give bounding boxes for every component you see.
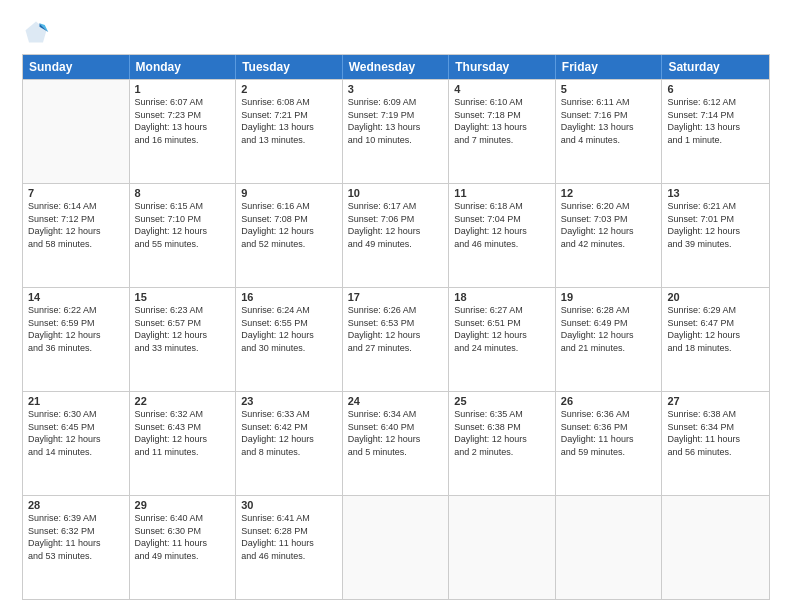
day-info: Sunrise: 6:18 AM Sunset: 7:04 PM Dayligh… [454,200,550,250]
day-cell-24: 24Sunrise: 6:34 AM Sunset: 6:40 PM Dayli… [343,392,450,495]
day-cell-28: 28Sunrise: 6:39 AM Sunset: 6:32 PM Dayli… [23,496,130,599]
day-info: Sunrise: 6:12 AM Sunset: 7:14 PM Dayligh… [667,96,764,146]
week-row-4: 21Sunrise: 6:30 AM Sunset: 6:45 PM Dayli… [23,391,769,495]
day-number: 8 [135,187,231,199]
day-info: Sunrise: 6:38 AM Sunset: 6:34 PM Dayligh… [667,408,764,458]
day-number: 26 [561,395,657,407]
day-info: Sunrise: 6:39 AM Sunset: 6:32 PM Dayligh… [28,512,124,562]
day-info: Sunrise: 6:24 AM Sunset: 6:55 PM Dayligh… [241,304,337,354]
day-info: Sunrise: 6:21 AM Sunset: 7:01 PM Dayligh… [667,200,764,250]
header [22,18,770,46]
day-number: 20 [667,291,764,303]
day-cell-26: 26Sunrise: 6:36 AM Sunset: 6:36 PM Dayli… [556,392,663,495]
day-number: 25 [454,395,550,407]
day-info: Sunrise: 6:29 AM Sunset: 6:47 PM Dayligh… [667,304,764,354]
day-number: 21 [28,395,124,407]
day-info: Sunrise: 6:41 AM Sunset: 6:28 PM Dayligh… [241,512,337,562]
day-number: 23 [241,395,337,407]
day-info: Sunrise: 6:22 AM Sunset: 6:59 PM Dayligh… [28,304,124,354]
calendar-header-row: SundayMondayTuesdayWednesdayThursdayFrid… [23,55,769,79]
day-info: Sunrise: 6:16 AM Sunset: 7:08 PM Dayligh… [241,200,337,250]
day-cell-6: 6Sunrise: 6:12 AM Sunset: 7:14 PM Daylig… [662,80,769,183]
calendar-body: 1Sunrise: 6:07 AM Sunset: 7:23 PM Daylig… [23,79,769,599]
empty-cell [23,80,130,183]
day-info: Sunrise: 6:34 AM Sunset: 6:40 PM Dayligh… [348,408,444,458]
page: SundayMondayTuesdayWednesdayThursdayFrid… [0,0,792,612]
day-number: 14 [28,291,124,303]
day-cell-3: 3Sunrise: 6:09 AM Sunset: 7:19 PM Daylig… [343,80,450,183]
header-day-monday: Monday [130,55,237,79]
day-number: 18 [454,291,550,303]
day-info: Sunrise: 6:15 AM Sunset: 7:10 PM Dayligh… [135,200,231,250]
day-cell-29: 29Sunrise: 6:40 AM Sunset: 6:30 PM Dayli… [130,496,237,599]
day-number: 13 [667,187,764,199]
empty-cell [449,496,556,599]
day-cell-13: 13Sunrise: 6:21 AM Sunset: 7:01 PM Dayli… [662,184,769,287]
day-info: Sunrise: 6:33 AM Sunset: 6:42 PM Dayligh… [241,408,337,458]
day-cell-21: 21Sunrise: 6:30 AM Sunset: 6:45 PM Dayli… [23,392,130,495]
week-row-5: 28Sunrise: 6:39 AM Sunset: 6:32 PM Dayli… [23,495,769,599]
empty-cell [343,496,450,599]
day-number: 1 [135,83,231,95]
day-number: 24 [348,395,444,407]
day-info: Sunrise: 6:32 AM Sunset: 6:43 PM Dayligh… [135,408,231,458]
day-number: 3 [348,83,444,95]
day-cell-17: 17Sunrise: 6:26 AM Sunset: 6:53 PM Dayli… [343,288,450,391]
day-number: 12 [561,187,657,199]
day-cell-2: 2Sunrise: 6:08 AM Sunset: 7:21 PM Daylig… [236,80,343,183]
day-number: 2 [241,83,337,95]
day-cell-1: 1Sunrise: 6:07 AM Sunset: 7:23 PM Daylig… [130,80,237,183]
day-cell-12: 12Sunrise: 6:20 AM Sunset: 7:03 PM Dayli… [556,184,663,287]
day-number: 22 [135,395,231,407]
day-info: Sunrise: 6:28 AM Sunset: 6:49 PM Dayligh… [561,304,657,354]
day-cell-20: 20Sunrise: 6:29 AM Sunset: 6:47 PM Dayli… [662,288,769,391]
day-number: 28 [28,499,124,511]
header-day-sunday: Sunday [23,55,130,79]
day-cell-9: 9Sunrise: 6:16 AM Sunset: 7:08 PM Daylig… [236,184,343,287]
week-row-2: 7Sunrise: 6:14 AM Sunset: 7:12 PM Daylig… [23,183,769,287]
day-cell-16: 16Sunrise: 6:24 AM Sunset: 6:55 PM Dayli… [236,288,343,391]
day-number: 5 [561,83,657,95]
day-cell-30: 30Sunrise: 6:41 AM Sunset: 6:28 PM Dayli… [236,496,343,599]
day-cell-5: 5Sunrise: 6:11 AM Sunset: 7:16 PM Daylig… [556,80,663,183]
week-row-1: 1Sunrise: 6:07 AM Sunset: 7:23 PM Daylig… [23,79,769,183]
logo-icon [22,18,50,46]
day-cell-22: 22Sunrise: 6:32 AM Sunset: 6:43 PM Dayli… [130,392,237,495]
day-cell-23: 23Sunrise: 6:33 AM Sunset: 6:42 PM Dayli… [236,392,343,495]
header-day-friday: Friday [556,55,663,79]
day-cell-15: 15Sunrise: 6:23 AM Sunset: 6:57 PM Dayli… [130,288,237,391]
empty-cell [556,496,663,599]
day-info: Sunrise: 6:26 AM Sunset: 6:53 PM Dayligh… [348,304,444,354]
day-number: 11 [454,187,550,199]
day-cell-10: 10Sunrise: 6:17 AM Sunset: 7:06 PM Dayli… [343,184,450,287]
day-cell-7: 7Sunrise: 6:14 AM Sunset: 7:12 PM Daylig… [23,184,130,287]
day-info: Sunrise: 6:30 AM Sunset: 6:45 PM Dayligh… [28,408,124,458]
day-number: 7 [28,187,124,199]
day-number: 10 [348,187,444,199]
day-info: Sunrise: 6:27 AM Sunset: 6:51 PM Dayligh… [454,304,550,354]
day-info: Sunrise: 6:23 AM Sunset: 6:57 PM Dayligh… [135,304,231,354]
day-info: Sunrise: 6:40 AM Sunset: 6:30 PM Dayligh… [135,512,231,562]
day-info: Sunrise: 6:10 AM Sunset: 7:18 PM Dayligh… [454,96,550,146]
day-cell-4: 4Sunrise: 6:10 AM Sunset: 7:18 PM Daylig… [449,80,556,183]
day-number: 9 [241,187,337,199]
day-info: Sunrise: 6:11 AM Sunset: 7:16 PM Dayligh… [561,96,657,146]
day-number: 6 [667,83,764,95]
day-cell-14: 14Sunrise: 6:22 AM Sunset: 6:59 PM Dayli… [23,288,130,391]
day-number: 30 [241,499,337,511]
header-day-tuesday: Tuesday [236,55,343,79]
day-info: Sunrise: 6:36 AM Sunset: 6:36 PM Dayligh… [561,408,657,458]
day-info: Sunrise: 6:14 AM Sunset: 7:12 PM Dayligh… [28,200,124,250]
day-number: 17 [348,291,444,303]
day-info: Sunrise: 6:07 AM Sunset: 7:23 PM Dayligh… [135,96,231,146]
header-day-saturday: Saturday [662,55,769,79]
day-info: Sunrise: 6:35 AM Sunset: 6:38 PM Dayligh… [454,408,550,458]
day-cell-11: 11Sunrise: 6:18 AM Sunset: 7:04 PM Dayli… [449,184,556,287]
day-number: 16 [241,291,337,303]
day-info: Sunrise: 6:08 AM Sunset: 7:21 PM Dayligh… [241,96,337,146]
day-number: 19 [561,291,657,303]
day-cell-19: 19Sunrise: 6:28 AM Sunset: 6:49 PM Dayli… [556,288,663,391]
header-day-thursday: Thursday [449,55,556,79]
day-number: 29 [135,499,231,511]
day-number: 15 [135,291,231,303]
